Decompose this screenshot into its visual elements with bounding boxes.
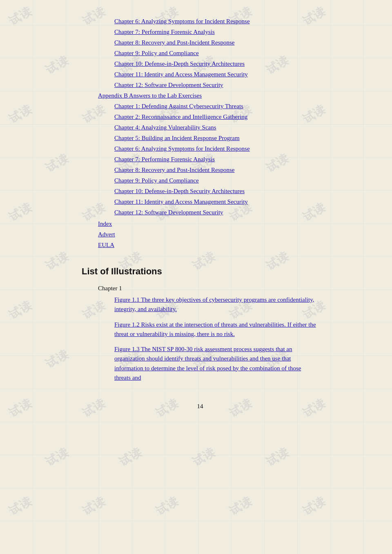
toc-item-ch8-appendix-a[interactable]: Chapter 8: Recovery and Post-Incident Re… xyxy=(114,38,318,47)
toc-item-ch8-appendix-b[interactable]: Chapter 8: Recovery and Post-Incident Re… xyxy=(114,165,318,175)
toc-item-appendix-b[interactable]: Appendix B Answers to the Lab Exercises xyxy=(98,91,318,100)
page-number: 14 xyxy=(82,403,318,410)
toc-item-ch10-appendix-a[interactable]: Chapter 10: Defense-in-Depth Security Ar… xyxy=(114,59,318,69)
toc-item-ch12-appendix-b[interactable]: Chapter 12: Software Development Securit… xyxy=(114,207,318,217)
toc-appendix-b-chapters: Chapter 1: Defending Against Cybersecuri… xyxy=(82,101,318,217)
toc-item-ch11-appendix-b[interactable]: Chapter 11: Identity and Access Manageme… xyxy=(114,197,318,207)
toc-item-ch12-appendix-a[interactable]: Chapter 12: Software Development Securit… xyxy=(114,80,318,90)
toc-item-ch11-appendix-a[interactable]: Chapter 11: Identity and Access Manageme… xyxy=(114,69,318,79)
toc-item-ch2-appendix-b[interactable]: Chapter 2: Reconnaissance and Intelligen… xyxy=(114,112,318,122)
toc-item-ch7-appendix-b[interactable]: Chapter 7: Performing Forensic Analysis xyxy=(114,154,318,164)
figure-1-2-item[interactable]: Figure 1.2 Risks exist at the intersecti… xyxy=(114,320,318,339)
toc-item-ch9-appendix-b[interactable]: Chapter 9: Policy and Compliance xyxy=(114,176,318,185)
toc-item-index[interactable]: Index xyxy=(98,219,318,229)
toc-item-ch1-appendix-b[interactable]: Chapter 1: Defending Against Cybersecuri… xyxy=(114,101,318,111)
toc-item-ch6-appendix-a[interactable]: Chapter 6: Analyzing Symptoms for Incide… xyxy=(114,16,318,26)
toc-item-ch7-appendix-a[interactable]: Chapter 7: Performing Forensic Analysis xyxy=(114,27,318,37)
toc-item-advert[interactable]: Advert xyxy=(98,229,318,239)
page-container: Chapter 6: Analyzing Symptoms for Incide… xyxy=(49,0,343,434)
illustrations-chapter-label: Chapter 1 xyxy=(98,285,318,292)
figure-1-1-item[interactable]: Figure 1.1 The three key objectives of c… xyxy=(114,295,318,314)
toc-item-ch5-appendix-b[interactable]: Chapter 5: Building an Incident Response… xyxy=(114,133,318,143)
toc-item-eula[interactable]: EULA xyxy=(98,240,318,250)
figures-list: Figure 1.1 The three key objectives of c… xyxy=(114,295,318,383)
toc-item-ch10-appendix-b[interactable]: Chapter 10: Defense-in-Depth Security Ar… xyxy=(114,186,318,196)
toc-misc-links: Index Advert EULA xyxy=(82,219,318,250)
toc-item-ch4-appendix-b[interactable]: Chapter 4: Analyzing Vulnerability Scans xyxy=(114,122,318,132)
toc-item-ch6-appendix-b[interactable]: Chapter 6: Analyzing Symptoms for Incide… xyxy=(114,144,318,154)
toc-pre-appendix-b: Chapter 6: Analyzing Symptoms for Incide… xyxy=(82,16,318,90)
figure-1-3-item[interactable]: Figure 1.3 The NIST SP 800-30 risk asses… xyxy=(114,345,318,383)
illustrations-section-title: List of Illustrations xyxy=(82,266,318,277)
toc-item-ch9-appendix-a[interactable]: Chapter 9: Policy and Compliance xyxy=(114,48,318,58)
